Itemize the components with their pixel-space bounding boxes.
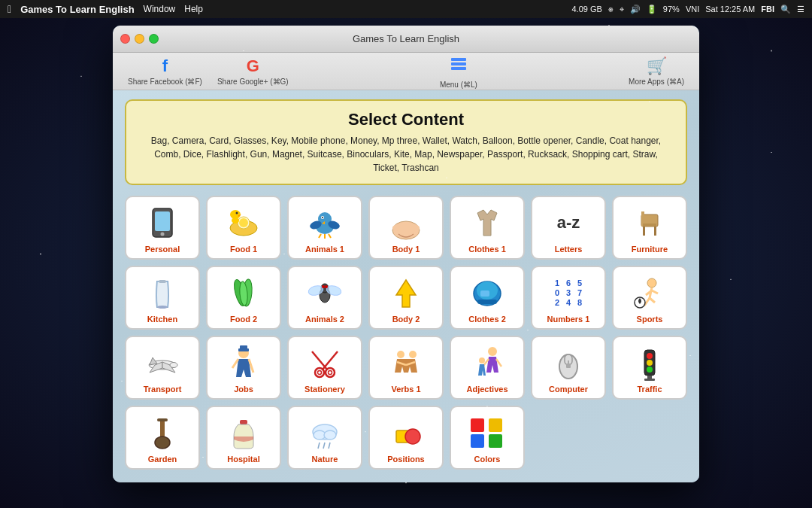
menu-grid-icon[interactable]: ☰ — [797, 5, 804, 14]
bluetooth-icon: ⎈ — [608, 5, 614, 14]
language-indicator: VNI — [686, 5, 699, 14]
app-name[interactable]: Games To Learn English — [20, 4, 134, 15]
battery-icon: 🔋 — [647, 5, 657, 14]
battery-pct: 97% — [663, 5, 680, 14]
right-app: FBI — [761, 5, 774, 14]
clock: Sat 12:25 AM — [705, 5, 755, 14]
background-stars — [0, 0, 812, 508]
macos-menubar:  Games To Learn English Window Help 4.0… — [0, 0, 812, 18]
menu-help[interactable]: Help — [184, 4, 203, 14]
storage-info: 4.09 GB — [571, 5, 601, 14]
apple-logo:  — [8, 3, 11, 15]
menu-window[interactable]: Window — [144, 4, 176, 14]
volume-icon: 🔊 — [630, 5, 641, 14]
wifi-icon: ⌖ — [620, 5, 624, 14]
search-icon[interactable]: 🔍 — [780, 5, 791, 14]
